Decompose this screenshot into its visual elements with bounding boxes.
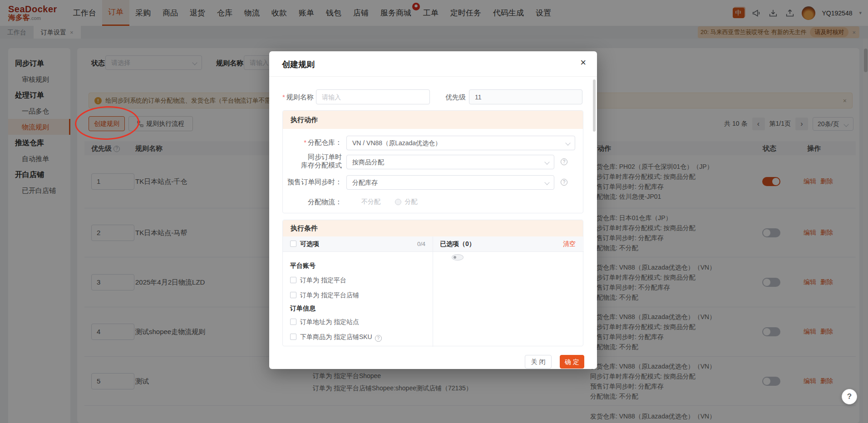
option-order-address-site[interactable]: 订单地址为 指定站点	[290, 318, 359, 326]
checkbox-icon[interactable]	[290, 277, 296, 283]
presale-select[interactable]: 分配库存	[346, 175, 554, 190]
modal-title: 创建规则	[282, 59, 315, 70]
logistics-radio-group: 不分配 分配	[346, 198, 430, 207]
rule-name-input[interactable]	[316, 89, 430, 104]
checkbox-icon[interactable]	[290, 241, 296, 247]
rule-name-label: *规则名称	[282, 93, 314, 102]
radio-icon	[395, 199, 401, 205]
chevron-down-icon	[544, 180, 549, 185]
option-specified-platform[interactable]: 订单为 指定平台	[290, 276, 346, 285]
clear-link[interactable]: 清空	[563, 240, 576, 248]
divider	[269, 76, 597, 77]
checkbox-icon[interactable]	[290, 292, 296, 298]
optional-count: 0/4	[396, 241, 425, 247]
optional-header: 可选项	[290, 240, 319, 248]
checkbox-icon[interactable]	[290, 334, 296, 340]
modal-confirm-button[interactable]: 确 定	[560, 355, 584, 369]
warehouse-select[interactable]: VN / VN88（原Lazada优选仓）	[346, 136, 575, 150]
exec-action-section: 执行动作 *分配仓库： VN / VN88（原Lazada优选仓） 同步订单时库…	[282, 110, 583, 213]
modal-scrollbar-thumb[interactable]	[593, 79, 596, 132]
close-icon[interactable]: ×	[580, 57, 586, 69]
stock-mode-select[interactable]: 按商品分配	[346, 155, 554, 169]
radio-no-assign[interactable]: 不分配	[346, 198, 380, 206]
help-float-button[interactable]: ?	[842, 389, 857, 404]
selected-header: 已选项（0）	[440, 240, 475, 248]
exec-action-title: 执行动作	[283, 111, 583, 129]
chevron-down-icon	[544, 159, 549, 164]
exec-condition-section: 执行条件 可选项 0/4 已选项（0） 清空 平台账号 订单为 指定平台 订单为…	[282, 220, 583, 346]
transfer-header: 可选项 0/4 已选项（0） 清空	[283, 236, 584, 252]
exec-condition-title: 执行条件	[283, 220, 583, 236]
option-specified-platform-shop[interactable]: 订单为 指定平台店铺	[290, 291, 359, 300]
radio-assign[interactable]: 分配	[395, 198, 417, 206]
page: SeaDocker 海多客.com 工作台 订单 采购 商品 退货 仓库 物流 …	[0, 0, 868, 423]
question-icon[interactable]: ?	[561, 158, 567, 165]
priority-label: 优先级	[445, 93, 466, 102]
group-order-info: 订单信息	[290, 305, 316, 313]
stock-mode-label: 同步订单时库存分配模式	[283, 153, 342, 169]
chevron-down-icon	[565, 140, 570, 145]
presale-label: 预售订单同步时：	[283, 178, 342, 187]
checkbox-icon[interactable]	[290, 319, 296, 325]
logistics-label: 分配物流：	[283, 198, 342, 207]
option-shop-sku[interactable]: 下单商品为 指定店铺SKU?	[290, 333, 382, 342]
group-platform-account: 平台账号	[290, 262, 316, 270]
question-icon[interactable]: ?	[375, 335, 382, 342]
radio-icon	[452, 254, 464, 261]
create-rule-modal: 创建规则 × *规则名称 优先级 执行动作 *分配仓库： VN / VN88（原…	[269, 51, 597, 369]
priority-input[interactable]	[469, 89, 582, 104]
divider	[433, 236, 433, 347]
question-icon[interactable]: ?	[561, 179, 567, 186]
modal-close-button[interactable]: 关 闭	[525, 355, 552, 369]
warehouse-label: *分配仓库：	[283, 138, 342, 147]
